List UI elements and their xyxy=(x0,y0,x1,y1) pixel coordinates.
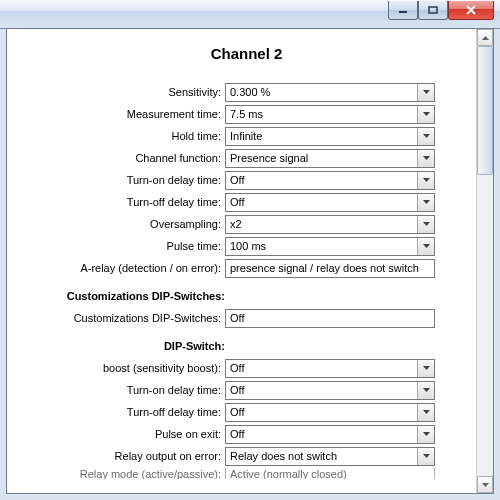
titlebar xyxy=(0,0,500,29)
cust-heading: Customizations DIP-Switches: xyxy=(27,290,225,302)
pulse-time-label: Pulse time: xyxy=(27,240,225,252)
turn-on-delay-time-dropdown[interactable]: Off xyxy=(225,171,435,190)
sensitivity-value: 0.300 % xyxy=(230,86,417,98)
scroll-up-button[interactable] xyxy=(477,29,493,46)
scroll-track[interactable] xyxy=(477,46,493,476)
chevron-down-icon[interactable] xyxy=(417,404,434,421)
dip-turn-off-delay-time-label: Turn-off delay time: xyxy=(27,406,225,418)
dip-turn-off-delay-time-dropdown[interactable]: Off xyxy=(225,403,435,422)
dip-relay-output-on-error-value: Relay does not switch xyxy=(230,450,417,462)
chevron-down-icon[interactable] xyxy=(417,128,434,145)
relay-mode-value: Active (normally closed) xyxy=(225,468,435,479)
dip-pulse-on-exit-dropdown[interactable]: Off xyxy=(225,425,435,444)
scroll-down-button[interactable] xyxy=(477,476,493,493)
measurement-time-dropdown[interactable]: 7.5 ms xyxy=(225,105,435,124)
relay-mode-label: Relay mode (active/passive): xyxy=(27,468,225,479)
oversampling-value: x2 xyxy=(230,218,417,230)
relay-mode-text: Active (normally closed) xyxy=(230,468,347,479)
sensitivity-label: Sensitivity: xyxy=(27,86,225,98)
chevron-down-icon[interactable] xyxy=(417,216,434,233)
dip-relay-output-on-error-label: Relay output on error: xyxy=(27,450,225,462)
dip-turn-on-delay-time-dropdown[interactable]: Off xyxy=(225,381,435,400)
oversampling-dropdown[interactable]: x2 xyxy=(225,215,435,234)
page-title: Channel 2 xyxy=(27,45,466,62)
chevron-down-icon[interactable] xyxy=(417,238,434,255)
chevron-down-icon[interactable] xyxy=(417,194,434,211)
chevron-down-icon[interactable] xyxy=(417,172,434,189)
turn-off-delay-time-value: Off xyxy=(230,196,417,208)
oversampling-label: Oversampling: xyxy=(27,218,225,230)
measurement-time-value: 7.5 ms xyxy=(230,108,417,120)
dip-turn-on-delay-time-label: Turn-on delay time: xyxy=(27,384,225,396)
turn-on-delay-time-value: Off xyxy=(230,174,417,186)
cust-dip-label: Customizations DIP-Switches: xyxy=(27,312,225,324)
dip-boost-sensitivity-boost-dropdown[interactable]: Off xyxy=(225,359,435,378)
chevron-down-icon[interactable] xyxy=(417,106,434,123)
chevron-down-icon[interactable] xyxy=(417,150,434,167)
pulse-time-value: 100 ms xyxy=(230,240,417,252)
channel-function-dropdown[interactable]: Presence signal xyxy=(225,149,435,168)
dip-heading: DIP-Switch: xyxy=(27,340,225,352)
sensitivity-dropdown[interactable]: 0.300 % xyxy=(225,83,435,102)
turn-off-delay-time-dropdown[interactable]: Off xyxy=(225,193,435,212)
close-button[interactable] xyxy=(448,1,494,20)
content-panel: Channel 2 Sensitivity:0.300 %Measurement… xyxy=(7,29,476,493)
hold-time-value: Infinite xyxy=(230,130,417,142)
dip-pulse-on-exit-value: Off xyxy=(230,428,417,440)
minimize-button[interactable] xyxy=(388,1,418,20)
hold-time-dropdown[interactable]: Infinite xyxy=(225,127,435,146)
maximize-button[interactable] xyxy=(418,1,448,20)
a-relay-text: presence signal / relay does not switch xyxy=(230,262,419,274)
dip-boost-sensitivity-boost-value: Off xyxy=(230,362,417,374)
cust-dip-text: Off xyxy=(230,312,244,324)
chevron-down-icon[interactable] xyxy=(417,448,434,465)
pulse-time-dropdown[interactable]: 100 ms xyxy=(225,237,435,256)
a-relay-label: A-relay (detection / on error): xyxy=(27,262,225,274)
svg-rect-0 xyxy=(399,11,407,13)
channel-function-value: Presence signal xyxy=(230,152,417,164)
svg-rect-1 xyxy=(429,7,437,13)
dip-boost-sensitivity-boost-label: boost (sensitivity boost): xyxy=(27,362,225,374)
dip-relay-output-on-error-dropdown[interactable]: Relay does not switch xyxy=(225,447,435,466)
cust-dip-value: Off xyxy=(225,309,435,328)
vertical-scrollbar[interactable] xyxy=(476,29,493,493)
chevron-down-icon[interactable] xyxy=(417,426,434,443)
a-relay-value: presence signal / relay does not switch xyxy=(225,259,435,278)
turn-on-delay-time-label: Turn-on delay time: xyxy=(27,174,225,186)
hold-time-label: Hold time: xyxy=(27,130,225,142)
dip-turn-off-delay-time-value: Off xyxy=(230,406,417,418)
scroll-thumb[interactable] xyxy=(477,46,493,175)
turn-off-delay-time-label: Turn-off delay time: xyxy=(27,196,225,208)
channel-function-label: Channel function: xyxy=(27,152,225,164)
dip-turn-on-delay-time-value: Off xyxy=(230,384,417,396)
measurement-time-label: Measurement time: xyxy=(27,108,225,120)
chevron-down-icon[interactable] xyxy=(417,360,434,377)
chevron-down-icon[interactable] xyxy=(417,84,434,101)
chevron-down-icon[interactable] xyxy=(417,382,434,399)
dip-pulse-on-exit-label: Pulse on exit: xyxy=(27,428,225,440)
